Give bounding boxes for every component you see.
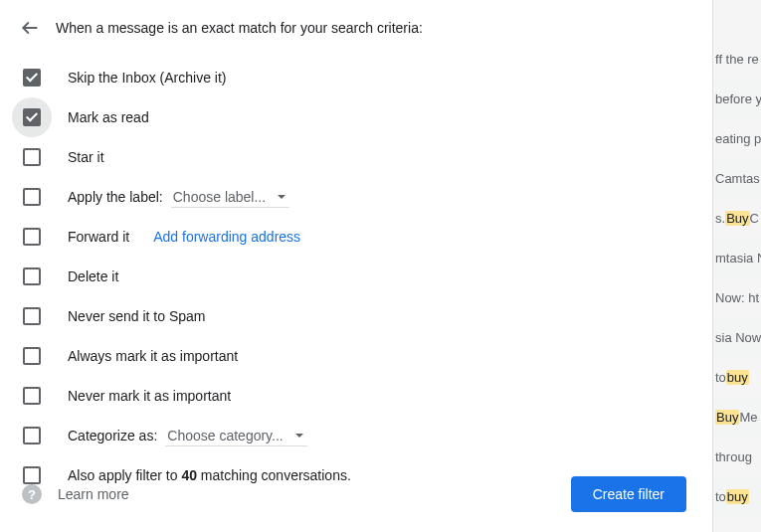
learn-more-link[interactable]: Learn more bbox=[58, 486, 129, 502]
checkbox-skip-inbox[interactable] bbox=[23, 69, 41, 87]
background-mail-list: ff the re before y eating p Camtas s. Bu… bbox=[713, 0, 761, 517]
list-item[interactable] bbox=[713, 0, 761, 40]
option-label: Never mark it as important bbox=[68, 388, 231, 404]
option-label: Star it bbox=[68, 149, 104, 165]
checkbox-wrap bbox=[12, 97, 52, 137]
checkbox-wrap bbox=[12, 177, 52, 217]
footer: ? Learn more Create filter bbox=[0, 476, 712, 512]
checkbox-wrap bbox=[12, 376, 52, 416]
checkbox-always-important[interactable] bbox=[23, 347, 41, 365]
checkbox-star[interactable] bbox=[23, 148, 41, 166]
list-item[interactable]: Camtas bbox=[713, 159, 761, 199]
add-forwarding-link[interactable]: Add forwarding address bbox=[153, 229, 300, 245]
option-label: Categorize as: bbox=[68, 428, 157, 443]
list-item[interactable]: Now: ht bbox=[713, 278, 761, 318]
header-title: When a message is an exact match for you… bbox=[56, 20, 423, 36]
option-label: Always mark it as important bbox=[68, 348, 238, 364]
option-star: Star it bbox=[22, 137, 696, 177]
list-item[interactable]: mtasia N bbox=[713, 239, 761, 278]
chevron-down-icon bbox=[278, 195, 285, 199]
option-label: Mark as read bbox=[68, 109, 149, 125]
footer-left: ? Learn more bbox=[22, 484, 129, 504]
header: When a message is an exact match for you… bbox=[0, 12, 712, 52]
checkbox-wrap bbox=[12, 217, 52, 257]
dropdown-text: Choose label... bbox=[173, 189, 266, 205]
checkbox-never-spam[interactable] bbox=[23, 307, 41, 325]
list-item[interactable]: throug bbox=[713, 438, 761, 477]
checkbox-wrap bbox=[12, 137, 52, 177]
label-dropdown[interactable]: Choose label... bbox=[171, 187, 289, 208]
checkbox-wrap bbox=[12, 416, 52, 455]
list-item[interactable]: to buy bbox=[713, 477, 761, 517]
filter-panel: When a message is an exact match for you… bbox=[0, 0, 713, 532]
list-item[interactable]: Buy Me bbox=[713, 398, 761, 438]
option-apply-label: Apply the label: Choose label... bbox=[22, 177, 696, 217]
chevron-down-icon bbox=[295, 434, 303, 438]
option-label: Forward it bbox=[68, 229, 129, 245]
create-filter-button[interactable]: Create filter bbox=[571, 476, 686, 512]
option-delete: Delete it bbox=[22, 257, 696, 296]
checkbox-wrap bbox=[12, 58, 52, 97]
option-never-spam: Never send it to Spam bbox=[22, 296, 696, 336]
checkbox-apply-label[interactable] bbox=[23, 188, 41, 206]
option-categorize: Categorize as: Choose category... bbox=[22, 416, 696, 455]
checkbox-wrap bbox=[12, 336, 52, 376]
checkbox-wrap bbox=[12, 296, 52, 336]
option-label: Apply the label: bbox=[68, 189, 163, 205]
checkbox-delete[interactable] bbox=[23, 267, 41, 285]
checkbox-never-important[interactable] bbox=[23, 387, 41, 405]
list-item[interactable]: before y bbox=[713, 80, 761, 119]
option-always-important: Always mark it as important bbox=[22, 336, 696, 376]
option-label: Delete it bbox=[68, 268, 118, 284]
list-item[interactable]: eating p bbox=[713, 119, 761, 159]
checkbox-mark-read[interactable] bbox=[23, 108, 41, 126]
option-inline: Categorize as: Choose category... bbox=[68, 426, 307, 446]
option-skip-inbox: Skip the Inbox (Archive it) bbox=[22, 58, 696, 97]
checkbox-wrap bbox=[12, 257, 52, 296]
back-button[interactable] bbox=[18, 16, 42, 40]
checkbox-forward[interactable] bbox=[23, 228, 41, 246]
list-item[interactable]: ff the re bbox=[713, 40, 761, 80]
category-dropdown[interactable]: Choose category... bbox=[165, 426, 306, 446]
option-forward: Forward it Add forwarding address bbox=[22, 217, 696, 257]
checkbox-categorize[interactable] bbox=[23, 427, 41, 444]
list-item[interactable]: sia Now bbox=[713, 318, 761, 358]
option-label: Skip the Inbox (Archive it) bbox=[68, 70, 227, 86]
option-inline: Apply the label: Choose label... bbox=[68, 187, 289, 208]
option-never-important: Never mark it as important bbox=[22, 376, 696, 416]
option-inline: Forward it Add forwarding address bbox=[68, 229, 300, 245]
arrow-left-icon bbox=[20, 18, 40, 38]
option-label: Never send it to Spam bbox=[68, 308, 206, 324]
option-mark-read: Mark as read bbox=[22, 97, 696, 137]
list-item[interactable]: s. Buy C bbox=[713, 199, 761, 239]
list-item[interactable]: to buy bbox=[713, 358, 761, 398]
dropdown-text: Choose category... bbox=[167, 428, 283, 443]
help-icon[interactable]: ? bbox=[22, 484, 42, 504]
options-list: Skip the Inbox (Archive it) Mark as read… bbox=[0, 52, 712, 495]
